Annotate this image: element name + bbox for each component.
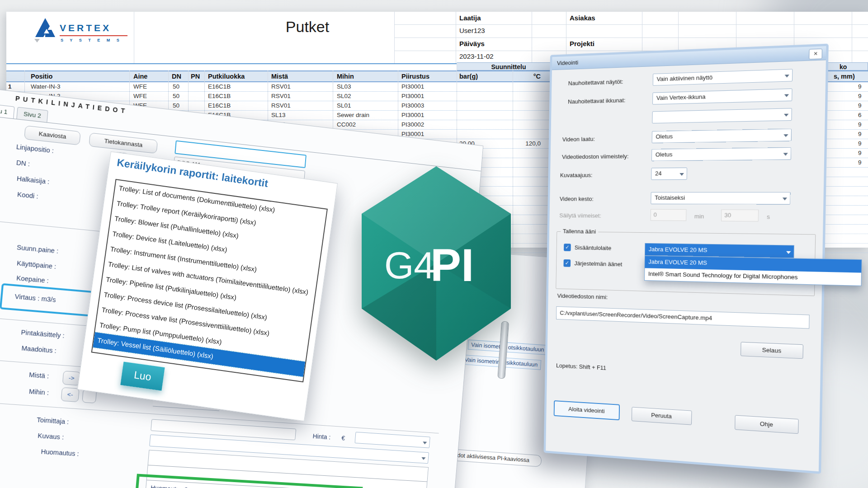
close-button[interactable]: ✕ [809, 49, 822, 60]
cell-dn: 50 [173, 93, 179, 99]
cell-aine: WFE [133, 83, 147, 90]
ikkunat-combo[interactable]: Vain Vertex-ikkuna [652, 89, 793, 105]
paivays-value: 2023-11-02 [459, 52, 494, 60]
page-title: Putket [253, 18, 362, 36]
kesto-label: Videon kesto: [560, 196, 594, 202]
col-dn: DN [172, 73, 181, 80]
laatija-value: User123 [459, 27, 485, 34]
col-bar: bar(g) [459, 73, 478, 80]
chevron-down-icon [786, 251, 791, 253]
cell-piirustus: PI30001 [401, 83, 424, 90]
kuvataajuus-label: Kuvataajuus: [560, 172, 593, 178]
chevron-down-icon [784, 75, 789, 78]
chevron-down-icon [783, 198, 787, 201]
trolley-report-list[interactable]: Trolley: List of documents (Dokumenttilu… [91, 179, 328, 382]
col-putkiluokka: Putkiluokka [208, 73, 245, 80]
input-device-label: Sisääntulolaite [575, 244, 612, 252]
g4pi-logo: G4 PI [362, 166, 511, 361]
input-device-value: Jabra EVOLVE 20 MS [649, 246, 708, 253]
g4pi-hexagon-icon: G4 PI [362, 166, 511, 361]
suunnittelu-merged-header: Suunnittelu [457, 62, 561, 70]
chevron-down-icon [679, 173, 684, 176]
dialog-title: Videointi [557, 59, 578, 66]
cell-right-partial: 9 [858, 83, 862, 90]
vertex-logo-word: VERTEX [60, 23, 111, 33]
dn-label: DN : [16, 159, 30, 168]
mihin-arrow-button[interactable]: <- [61, 387, 79, 402]
chevron-down-icon [784, 94, 789, 97]
naytot-label: Nauhoitettavat näytöt: [568, 78, 623, 87]
viimeistely-combo[interactable]: Oletus [651, 147, 791, 161]
tietokannasta-button[interactable]: Tietokannasta [89, 132, 158, 154]
paivays-label: Päiväys [459, 40, 485, 47]
viimeistely-label: Videotiedoston viimeistely: [562, 153, 629, 160]
hinta-label: Hinta : [312, 432, 331, 441]
cell-mihin: SL02 [337, 93, 351, 99]
ikkunat-label: Nauhoitettavat ikkunat: [568, 97, 626, 105]
col-mihin: Mihin [337, 73, 354, 80]
naytot-combo[interactable]: Vain aktiivinen näyttö [653, 69, 793, 85]
cell-mista: RSV01 [271, 102, 291, 109]
col-celsius: °C [514, 73, 541, 80]
cell-aine: WFE [133, 93, 147, 99]
chevron-down-icon [423, 441, 427, 444]
audio-group-label: Tallenna ääni [561, 228, 598, 235]
koodi-label: Koodi : [17, 191, 38, 200]
kaaviosta-button[interactable]: Kaaviosta [24, 126, 80, 145]
tab-sivu1[interactable]: Sivu 1 [0, 103, 14, 118]
min-unit-label: min [694, 213, 704, 220]
trolley-reports-dialog: Keräilykorin raportit: laitekortit Troll… [77, 151, 338, 421]
cell-right-partial: 9 [858, 121, 862, 128]
system-sounds-checkbox[interactable] [563, 259, 571, 267]
kuvataajuus-combo[interactable]: 24 [651, 168, 687, 180]
kesto-combo[interactable]: Toistaiseksi [651, 192, 790, 205]
start-recording-button[interactable]: Aloita videointi [554, 400, 620, 420]
cell-putkiluokka: E16C1B [208, 102, 231, 109]
cell-celsius: 120,0 [514, 140, 541, 147]
cell-right-partial: 9 [858, 140, 862, 147]
cell-mihin: SL03 [337, 83, 351, 90]
vertex-logo-rule [60, 35, 127, 36]
hinta-combo[interactable] [355, 432, 430, 448]
chevron-down-icon [421, 457, 426, 460]
col-right-partial: s, mm) [834, 73, 855, 80]
system-sounds-label: Järjestelmän äänet [574, 260, 622, 267]
cell-right-partial: 9 [858, 93, 862, 99]
col-piirustus: Piirustus [401, 73, 429, 80]
cancel-button[interactable]: Peruuta [632, 407, 692, 425]
cell-putkiluokka: E16C1B [208, 83, 231, 90]
cell-piirustus: PI30002 [401, 121, 424, 128]
help-button[interactable]: Ohje [735, 415, 799, 434]
file-path-field[interactable]: C:/vxplant/user/ScreenRecorder/Video/Scr… [556, 306, 810, 329]
ikkunat-value: Vain Vertex-ikkuna [656, 93, 706, 101]
cell-right-partial: 9 [858, 150, 862, 156]
laatija-label: Laatija [459, 14, 481, 22]
laatu-label: Videon laatu: [562, 136, 595, 143]
cell-piirustus: PI30001 [401, 93, 424, 99]
laatu-combo[interactable]: Oletus [652, 129, 792, 143]
cell-right-partial: 9 [858, 131, 862, 137]
kuvataajuus-value: 24 [655, 170, 662, 177]
input-device-checkbox[interactable] [564, 244, 571, 251]
laatu-value: Oletus [656, 133, 673, 140]
pintakasittely-label: Pintakäsittely : [21, 328, 65, 339]
cell-mihin: Sewer drain [337, 112, 369, 118]
koepaine-label: Koepaine : [16, 274, 49, 285]
vertex-logo-icon [32, 16, 59, 45]
cell-mihin: CC002 [337, 121, 356, 128]
vertex-logo: VERTEX S Y S T E M S [32, 16, 140, 52]
chevron-down-icon [783, 134, 788, 137]
create-button[interactable]: Luo [120, 361, 165, 390]
huomautus-label: Huomautus : [41, 448, 79, 457]
chevron-down-icon [784, 114, 788, 117]
empty-combo[interactable] [652, 108, 792, 123]
browse-button[interactable]: Selaus [741, 342, 803, 359]
toimittaja-label: Toimittaja : [37, 416, 69, 426]
naytot-value: Vain aktiivinen näyttö [657, 74, 713, 83]
halkaisija-label: Halkaisija : [16, 175, 50, 186]
cell-right-partial: 9 [858, 102, 862, 109]
col-positio: Positio [31, 73, 52, 80]
kesto-value: Toistaiseksi [655, 194, 685, 201]
tab-sivu2[interactable]: Sivu 2 [16, 107, 48, 122]
cell-piirustus: PI30001 [401, 112, 424, 118]
